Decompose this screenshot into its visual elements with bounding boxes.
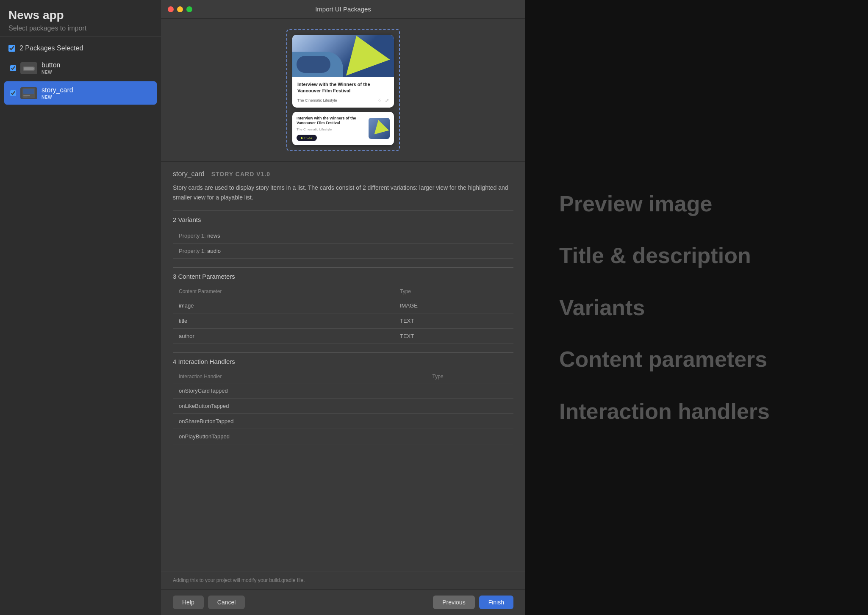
news-card-small: Interview with the Winners of the Vancou… (292, 112, 394, 145)
param-name: title (173, 313, 394, 328)
news-card-small-title: Interview with the Winners of the Vancou… (297, 116, 364, 126)
news-card-small-content: Interview with the Winners of the Vancou… (297, 116, 364, 141)
news-card-actions: ♡ ⤢ (377, 98, 389, 103)
handlers-divider (173, 352, 513, 353)
news-card-small-thumb (369, 118, 390, 139)
play-button[interactable]: ▶ PLAY (297, 135, 317, 141)
variants-divider (173, 211, 513, 211)
param-type: IMAGE (394, 298, 513, 313)
thumb-shape (371, 118, 389, 134)
svg-rect-4 (23, 95, 30, 96)
select-all-checkbox[interactable] (8, 45, 15, 52)
share-icon[interactable]: ⤢ (385, 98, 389, 103)
package-item-button[interactable]: button NEW (4, 56, 157, 80)
button-checkbox[interactable] (10, 65, 16, 71)
right-panel: Preview image Title & description Varian… (525, 0, 868, 615)
story-card-package-badge: NEW (42, 95, 73, 100)
sidebar-header: News app Select packages to import (0, 0, 161, 37)
help-button[interactable]: Help (173, 596, 204, 609)
like-icon[interactable]: ♡ (377, 98, 382, 103)
params-col1: Content Parameter (173, 285, 394, 298)
content-params-table: Content Parameter Type imageIMAGEtitleTE… (173, 285, 513, 344)
button-package-name: button (42, 61, 60, 69)
detail-header: story_card STORY CARD V1.0 (173, 170, 513, 178)
detail-version: STORY CARD V1.0 (211, 171, 270, 177)
story-card-package-info: story_card NEW (42, 86, 73, 100)
preview-card-container: Interview with the Winners of the Vancou… (286, 29, 400, 151)
detail-package-name: story_card (173, 170, 205, 178)
handler-type (427, 413, 513, 429)
package-list: button NEW story_card NEW (0, 56, 161, 615)
table-row: imageIMAGE (173, 298, 513, 313)
handler-name: onShareButtonTapped (173, 413, 427, 429)
news-card-body: Interview with the Winners of the Vancou… (292, 77, 394, 108)
maximize-button[interactable] (186, 6, 192, 12)
right-label-interaction-handlers: Interaction handlers (559, 398, 834, 424)
minimize-button[interactable] (177, 6, 183, 12)
handlers-col1: Interaction Handler (173, 370, 427, 383)
variant-value-1: audio (207, 248, 221, 254)
table-row: authorTEXT (173, 328, 513, 344)
packages-header: 2 Packages Selected (0, 37, 161, 56)
story-card-checkbox[interactable] (10, 90, 16, 96)
right-label-content-params: Content parameters (559, 346, 834, 372)
card-shape-3 (297, 56, 330, 73)
detail-description: Story cards are used to display story it… (173, 183, 513, 202)
news-card-author: The Cinematic Lifestyle (297, 98, 337, 102)
table-row: onShareButtonTapped (173, 413, 513, 429)
handlers-table: Interaction Handler Type onStoryCardTapp… (173, 370, 513, 444)
main-dialog: Import UI Packages Interview with the Wi… (161, 0, 525, 615)
close-button[interactable] (168, 6, 174, 12)
dialog-footer: Help Cancel Previous Finish (161, 589, 525, 615)
svg-rect-1 (24, 67, 34, 70)
sidebar: News app Select packages to import 2 Pac… (0, 0, 161, 615)
finish-button[interactable]: Finish (479, 596, 513, 609)
variant-row-0: Property 1: news (173, 228, 513, 244)
footer-left: Help Cancel (173, 596, 245, 609)
handlers-col2: Type (427, 370, 513, 383)
package-item-story-card[interactable]: story_card NEW (4, 81, 157, 105)
detail-section[interactable]: story_card STORY CARD V1.0 Story cards a… (161, 162, 525, 571)
right-label-preview-image: Preview image (559, 191, 834, 217)
button-package-info: button NEW (42, 61, 60, 75)
param-name: author (173, 328, 394, 344)
handler-name: onStoryCardTapped (173, 383, 427, 398)
handlers-heading: 4 Interaction Handlers (173, 358, 513, 365)
variant-label-0: Property 1: (179, 233, 207, 239)
content-params-heading: 3 Content Parameters (173, 273, 513, 280)
preview-area: Interview with the Winners of the Vancou… (161, 19, 525, 162)
story-card-icon (20, 87, 37, 99)
news-card-image (292, 35, 394, 77)
table-row: onStoryCardTapped (173, 383, 513, 398)
news-card-large: Interview with the Winners of the Vancou… (292, 35, 394, 108)
packages-selected-label: 2 Packages Selected (19, 44, 83, 52)
handler-name: onPlayButtonTapped (173, 429, 427, 444)
app-title: News app (8, 8, 153, 22)
param-type: TEXT (394, 313, 513, 328)
news-card-meta: The Cinematic Lifestyle ♡ ⤢ (297, 98, 389, 103)
dialog-title: Import UI Packages (315, 6, 371, 13)
button-icon (20, 62, 37, 74)
story-card-package-name: story_card (42, 86, 73, 94)
app-subtitle: Select packages to import (8, 25, 153, 32)
news-card-small-author: The Cinematic Lifestyle (297, 127, 364, 131)
button-package-badge: NEW (42, 70, 60, 75)
previous-button[interactable]: Previous (433, 596, 474, 609)
right-label-variants: Variants (559, 294, 834, 321)
handler-type (427, 429, 513, 444)
right-label-title-description: Title & description (559, 242, 834, 269)
variant-label-1: Property 1: (179, 248, 207, 254)
table-row: onPlayButtonTapped (173, 429, 513, 444)
cancel-button[interactable]: Cancel (208, 596, 245, 609)
footer-note: Adding this to your project will modify … (161, 571, 525, 589)
dialog-titlebar: Import UI Packages (161, 0, 525, 19)
content-params-divider (173, 267, 513, 268)
param-type: TEXT (394, 328, 513, 344)
params-col2: Type (394, 285, 513, 298)
svg-rect-3 (23, 89, 34, 94)
variant-row-1: Property 1: audio (173, 244, 513, 259)
handler-type (427, 398, 513, 413)
table-row: onLikeButtonTapped (173, 398, 513, 413)
handler-name: onLikeButtonTapped (173, 398, 427, 413)
table-row: titleTEXT (173, 313, 513, 328)
